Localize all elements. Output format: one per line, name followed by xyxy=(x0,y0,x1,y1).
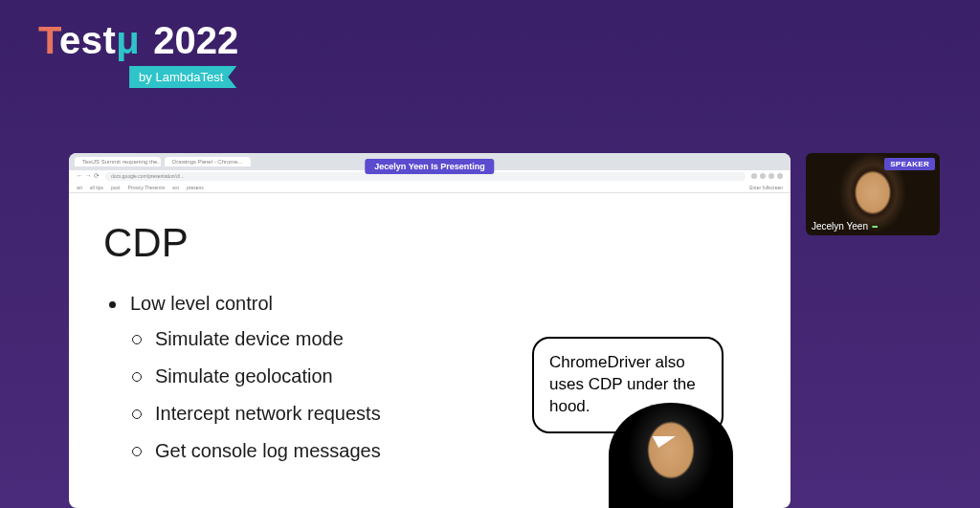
presenting-badge: Jecelyn Yeen Is Presenting xyxy=(365,159,494,174)
sub-bullet: Simulate device mode xyxy=(130,328,467,350)
speaker-video-tile[interactable]: SPEAKER Jecelyn Yeen ••• xyxy=(806,153,940,235)
mic-active-icon: ••• xyxy=(872,222,877,231)
nav-back-forward-icons[interactable]: ← → ⟳ xyxy=(77,172,100,180)
logo-letter-mu: μ xyxy=(116,19,140,61)
bookmark-item[interactable]: all tips xyxy=(90,185,103,190)
presentation-share[interactable]: Jecelyn Yeen Is Presenting TestJS Summit… xyxy=(69,153,791,508)
logo-letters-est: est xyxy=(59,19,116,61)
browser-tab[interactable]: Drawings Panel - Chrome... xyxy=(165,157,251,166)
bookmark-item[interactable]: Privacy Theremin xyxy=(127,185,165,190)
slide-title: CDP xyxy=(103,220,756,266)
sub-bullet: Get console log messages xyxy=(130,440,467,462)
speaker-name-label: Jecelyn Yeen ••• xyxy=(812,221,877,232)
extension-icons[interactable] xyxy=(751,173,783,179)
browser-bookmarks-bar: art all tips post Privacy Theremin ext p… xyxy=(69,182,791,193)
speaker-name-text: Jecelyn Yeen xyxy=(812,221,868,232)
bookmark-item[interactable]: post xyxy=(111,185,120,190)
slide-content: CDP Low level control Simulate device mo… xyxy=(69,193,791,508)
slide-presenter-cutout xyxy=(609,403,733,508)
logo-wordmark: Testμ xyxy=(38,19,140,62)
fullscreen-hint[interactable]: Enter fullscreen xyxy=(749,185,783,190)
logo-year: 2022 xyxy=(153,19,238,62)
logo-main: Testμ 2022 xyxy=(38,19,238,62)
logo-byline-wrap: by LambdaTest xyxy=(129,66,236,88)
slide-bullet: Low level control Simulate device mode S… xyxy=(103,293,467,462)
bullet-text: Low level control xyxy=(130,293,273,314)
browser-tab[interactable]: TestJS Summit reopening the... xyxy=(75,157,161,166)
bookmark-item[interactable]: presens xyxy=(187,185,204,190)
presenter-head-icon xyxy=(609,403,733,508)
speaker-role-badge: SPEAKER xyxy=(884,158,935,170)
slide-bullet-list: Low level control Simulate device mode S… xyxy=(103,293,467,462)
logo-byline: by LambdaTest xyxy=(129,66,236,88)
bookmark-item[interactable]: ext xyxy=(172,185,179,190)
logo-letter-t: T xyxy=(38,19,59,61)
bookmark-item[interactable]: art xyxy=(77,185,82,190)
event-logo: Testμ 2022 by LambdaTest xyxy=(38,19,238,88)
meeting-stage: Jecelyn Yeen Is Presenting TestJS Summit… xyxy=(69,153,940,508)
sub-bullet: Intercept network requests xyxy=(130,403,467,425)
slide-sub-list: Simulate device mode Simulate geolocatio… xyxy=(130,328,467,462)
sub-bullet: Simulate geolocation xyxy=(130,365,467,387)
address-text: docs.google.com/presentation/d/... xyxy=(111,173,184,179)
